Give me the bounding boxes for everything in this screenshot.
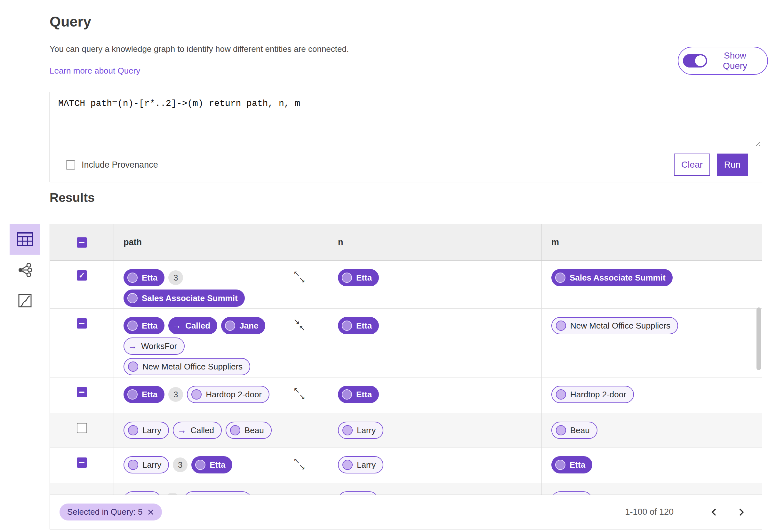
node-circle-icon [342, 273, 352, 283]
node-pill[interactable]: Hardtop 2-door [551, 386, 634, 403]
path-length-badge[interactable]: 3 [173, 457, 188, 472]
node-pill[interactable]: Jane [221, 317, 265, 334]
chip-close-icon[interactable] [147, 509, 154, 516]
pill-label: Etta [570, 460, 585, 470]
node-pill[interactable]: Etta [191, 456, 232, 473]
m-cell: Hardtop 2-door [542, 377, 762, 413]
run-button[interactable]: Run [717, 154, 748, 176]
m-cell: Sales Associate Summit [542, 261, 762, 309]
learn-more-link[interactable]: Learn more about Query [50, 66, 140, 76]
node-pill[interactable]: Etta [551, 456, 592, 473]
edge-pill[interactable]: →Called [173, 422, 222, 439]
table-row: Etta→CalledJane→WorksForNew Metal Office… [50, 309, 762, 377]
collapse-path-icon[interactable]: ↘↖ [293, 318, 308, 333]
query-editor[interactable]: MATCH path=(n)-[r*..2]->(m) return path,… [50, 92, 762, 147]
show-query-toggle-button[interactable]: Show Query [678, 47, 768, 75]
selected-in-query-chip[interactable]: Selected in Query: 5 [60, 504, 162, 520]
path-cell: Larry3Etta↖↘ [114, 448, 328, 483]
row-checkbox[interactable] [77, 318, 87, 329]
node-circle-icon [225, 321, 235, 331]
node-pill[interactable]: Larry [124, 456, 169, 473]
row-checkbox[interactable] [77, 457, 87, 468]
column-header-m[interactable]: m [542, 224, 762, 260]
node-pill[interactable]: Beau [551, 422, 597, 439]
pill-label: Called [185, 321, 210, 331]
node-pill[interactable]: Hardtop 2-door [187, 386, 269, 403]
node-circle-icon [555, 273, 565, 283]
node-circle-icon [128, 425, 138, 435]
node-pill[interactable]: Etta [124, 386, 164, 403]
n-cell: Etta [328, 309, 542, 377]
column-header-path[interactable]: path [114, 224, 328, 260]
node-pill[interactable]: Etta [338, 317, 379, 334]
path-length-badge[interactable]: 3 [168, 387, 183, 402]
pill-label: Etta [142, 390, 157, 400]
row-checkbox[interactable] [77, 423, 87, 433]
query-panel: MATCH path=(n)-[r*..2]->(m) return path,… [50, 92, 762, 182]
node-pill[interactable]: Etta [338, 386, 379, 403]
expand-path-icon[interactable]: ↖↘ [293, 386, 308, 402]
select-all-checkbox[interactable] [77, 237, 87, 248]
m-cell: Etta [542, 448, 762, 483]
include-provenance-checkbox[interactable] [66, 160, 75, 170]
indeterminate-dash-icon [79, 392, 84, 393]
scrollbar-thumb[interactable] [756, 307, 761, 370]
previous-page-button[interactable] [707, 505, 721, 519]
row-checkbox[interactable] [77, 387, 87, 397]
node-pill[interactable]: Etta [124, 317, 164, 334]
row-select-cell [50, 309, 114, 377]
pill-label: Etta [356, 390, 372, 400]
n-cell [328, 483, 542, 495]
node-pill[interactable]: Sales Associate Summit [551, 269, 673, 286]
node-circle-icon [342, 425, 353, 435]
node-circle-icon [195, 460, 205, 470]
n-cell: Larry [328, 413, 542, 448]
expand-path-icon[interactable]: ↖↘ [293, 457, 308, 472]
edge-pill[interactable]: →WorksFor [124, 337, 185, 355]
node-circle-icon [556, 389, 566, 400]
row-select-cell [50, 448, 114, 483]
vertical-scrollbar[interactable] [756, 261, 761, 495]
node-pill[interactable]: Beau [226, 422, 272, 439]
next-page-button[interactable] [734, 505, 748, 519]
node-circle-icon [556, 425, 566, 435]
n-cell: Larry [328, 448, 542, 483]
expand-path-icon[interactable]: ↖↘ [293, 270, 308, 285]
indeterminate-dash-icon [79, 242, 84, 243]
column-header-n[interactable]: n [328, 224, 542, 260]
node-circle-icon [127, 389, 138, 400]
node-pill[interactable]: New Metal Office Suppliers [124, 358, 250, 375]
table-view-button[interactable] [10, 224, 40, 255]
node-pill[interactable]: Sales Associate Summit [124, 290, 245, 307]
node-pill[interactable] [124, 491, 161, 495]
node-pill[interactable] [184, 491, 252, 495]
node-pill[interactable] [338, 491, 378, 495]
node-circle-icon [127, 273, 138, 283]
results-title: Results [50, 191, 95, 205]
node-circle-icon [342, 389, 352, 400]
node-pill[interactable]: Etta [124, 269, 164, 286]
node-circle-icon [128, 460, 138, 470]
node-pill[interactable] [551, 491, 592, 495]
row-checkbox[interactable]: ✓ [77, 270, 87, 281]
pill-label: Hardtop 2-door [570, 390, 626, 400]
node-pill[interactable]: Larry [124, 422, 169, 439]
node-pill[interactable]: New Metal Office Suppliers [551, 317, 678, 334]
edge-pill[interactable]: →Called [168, 317, 217, 334]
clear-button[interactable]: Clear [674, 154, 710, 176]
graph-view-button[interactable] [10, 255, 40, 285]
arrow-right-icon: → [172, 321, 181, 330]
node-pill[interactable]: Larry [338, 456, 383, 473]
path-length-badge[interactable]: 3 [168, 270, 183, 285]
node-circle-icon [127, 293, 138, 303]
toggle-on-icon[interactable] [683, 54, 707, 67]
page-description: You can query a knowledge graph to ident… [50, 44, 349, 54]
map-view-button[interactable] [10, 285, 40, 316]
row-select-cell [50, 377, 114, 413]
node-pill[interactable]: Etta [338, 269, 379, 286]
node-pill[interactable]: Larry [338, 422, 383, 439]
indeterminate-dash-icon [79, 323, 84, 324]
pill-label: Beau [244, 425, 264, 435]
path-length-badge[interactable] [165, 493, 180, 495]
pill-label: Etta [210, 460, 225, 470]
